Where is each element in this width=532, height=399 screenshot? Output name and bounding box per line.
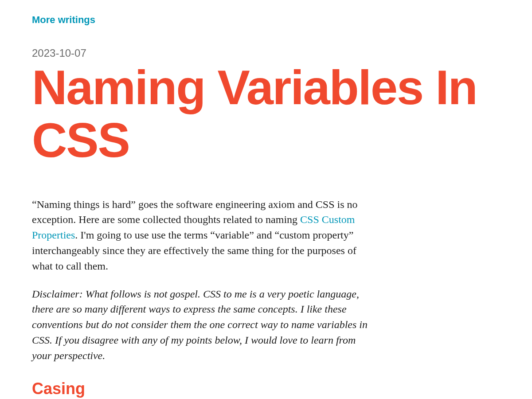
article-date: 2023-10-07 <box>32 47 500 59</box>
casing-heading: Casing <box>32 379 369 398</box>
article-content: “Naming things is hard” goes the softwar… <box>32 197 369 399</box>
more-writings-link[interactable]: More writings <box>32 14 95 26</box>
disclaimer-paragraph: Disclaimer: What follows is not gospel. … <box>32 286 369 364</box>
intro-paragraph: “Naming things is hard” goes the softwar… <box>32 197 369 274</box>
article-title: Naming Variables In CSS <box>32 61 500 167</box>
intro-text-after: . I'm going to use use the terms “variab… <box>32 229 356 272</box>
